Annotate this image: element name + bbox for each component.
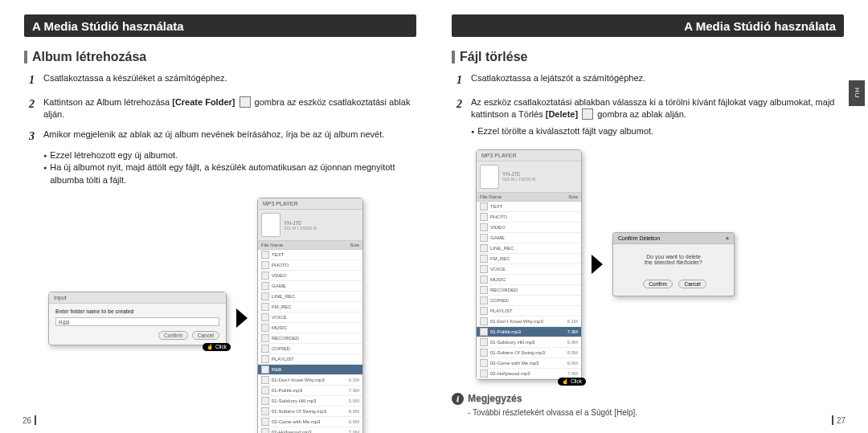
folder-row[interactable]: COPIED xyxy=(477,296,581,306)
device-name: YH-J70 xyxy=(284,220,317,226)
step-text: Kattintson az Album létrehozása [Create … xyxy=(43,96,416,121)
folder-row[interactable]: GAME xyxy=(258,281,362,292)
row-name: 02-Hollywood.mp3 xyxy=(490,371,560,376)
file-row[interactable]: 01-Politik.mp37.3M xyxy=(258,386,362,396)
note-heading: i Megjegyzés xyxy=(452,393,844,405)
folder-icon xyxy=(480,202,488,210)
file-row[interactable]: 02-Come with Me.mp36.0M xyxy=(477,358,581,369)
folder-row[interactable]: VIDEO xyxy=(477,223,581,233)
row-size: 7.0M xyxy=(560,371,578,376)
folder-row[interactable]: TEXT xyxy=(258,250,362,260)
step-1: 1 Csatlakoztassa a lejátszót a számítógé… xyxy=(457,72,844,88)
folder-row[interactable]: LINE_REC xyxy=(258,292,362,302)
header-bar-left: A Media Stúdió használata xyxy=(24,14,416,37)
row-name: RECORDED xyxy=(272,336,359,341)
row-name: COPIED xyxy=(272,346,359,351)
file-row[interactable]: 02-Hollywood.mp37.0M xyxy=(258,427,362,433)
folder-row[interactable]: PHOTO xyxy=(477,212,581,223)
folder-row[interactable]: VIDEO xyxy=(258,271,362,281)
folder-row[interactable]: LINE_REC xyxy=(477,243,581,254)
row-name: PHOTO xyxy=(490,214,578,219)
file-row[interactable]: 01-Sultans Of Swing.mp38.0M xyxy=(477,348,581,358)
cancel-button[interactable]: Cancel xyxy=(192,331,219,340)
confirm-button[interactable]: Confirm xyxy=(158,331,188,340)
device-space: 316 M / 19059 M xyxy=(502,177,535,182)
file-icon xyxy=(480,349,488,357)
file-row[interactable]: 01-Solsbury Hill.mp35.0M xyxy=(258,396,362,406)
file-row[interactable]: 01-Solsbury Hill.mp35.0M xyxy=(477,337,581,348)
cancel-button[interactable]: Cancel xyxy=(678,280,706,288)
folder-icon xyxy=(480,307,488,315)
panel-cols: File Name Size xyxy=(258,241,362,250)
file-row[interactable]: 01-Don't Know Why.mp36.1M xyxy=(477,317,581,327)
row-name: 01-Sultans Of Swing.mp3 xyxy=(490,350,560,355)
row-name: 02-Hollywood.mp3 xyxy=(272,430,342,433)
row-name: COPIED xyxy=(490,298,578,303)
folder-row[interactable]: FM_REC xyxy=(477,254,581,264)
file-row[interactable]: 02-Come with Me.mp36.0M xyxy=(258,417,362,427)
row-name: MUSIC xyxy=(490,277,578,282)
step-1: 1 Csatlakoztassa a készüléket a számítóg… xyxy=(29,72,416,88)
row-size: 6.1M xyxy=(342,378,359,382)
folder-row[interactable]: RECORDED xyxy=(477,285,581,296)
step-2: 2 Az eszköz csatlakoztatási ablakban vál… xyxy=(457,96,844,121)
note-title: Megjegyzés xyxy=(468,393,522,404)
folder-row[interactable]: TEXT xyxy=(477,202,581,212)
row-name: TEXT xyxy=(490,204,578,209)
folder-row[interactable]: MUSIC xyxy=(477,275,581,285)
file-row[interactable]: 01-Sultans Of Swing.mp38.0M xyxy=(258,406,362,417)
folder-row[interactable]: PLAYLIST xyxy=(477,306,581,317)
folder-row[interactable]: PLAYLIST xyxy=(258,354,362,365)
row-name: GAME xyxy=(490,235,578,240)
folder-row[interactable]: PHOTO xyxy=(258,260,362,271)
confirm-button[interactable]: Confirm xyxy=(643,280,673,288)
step-num: 1 xyxy=(29,72,39,88)
folder-row[interactable]: RECORDED xyxy=(258,333,362,344)
folder-row[interactable]: COPIED xyxy=(258,344,362,354)
file-row[interactable]: 01-Don't Know Why.mp36.1M xyxy=(258,375,362,386)
click-badge: Click xyxy=(558,378,586,386)
folder-icon xyxy=(261,366,269,374)
click-badge: Click xyxy=(203,343,231,351)
folder-row[interactable]: FM_REC xyxy=(258,302,362,312)
file-icon xyxy=(261,376,269,384)
note-icon: i xyxy=(452,393,464,405)
folder-icon xyxy=(480,276,488,284)
folder-row[interactable]: VOICE xyxy=(258,312,362,323)
row-size: 5.0M xyxy=(560,340,578,345)
folder-row[interactable]: GAME xyxy=(477,233,581,243)
folder-row[interactable]: MUSIC xyxy=(258,323,362,333)
folder-icon xyxy=(261,303,269,311)
folder-row[interactable]: VOICE xyxy=(477,264,581,275)
dialog-line2: the selected file/folder? xyxy=(621,259,726,265)
file-row[interactable]: 01-Politik.mp37.3M xyxy=(477,327,581,337)
row-name: 01-Solsbury Hill.mp3 xyxy=(272,398,342,403)
row-size: 7.3M xyxy=(560,329,578,334)
folder-name-input[interactable]: R&B xyxy=(55,317,219,326)
panel-cols: File Name Size xyxy=(477,193,581,202)
dialog-label: Enter folder name to be created xyxy=(55,308,219,314)
dialog-actions: Confirm Cancel xyxy=(55,331,219,340)
step-num: 1 xyxy=(457,72,466,88)
row-name: 01-Don't Know Why.mp3 xyxy=(490,319,560,324)
bullet-item: Ezzel létrehozott egy új albumot. xyxy=(43,149,416,161)
section-bar-icon xyxy=(452,51,455,63)
close-icon[interactable]: × xyxy=(726,235,729,241)
folder-icon xyxy=(261,251,269,259)
row-name: 01-Sultans Of Swing.mp3 xyxy=(272,409,342,414)
folder-name: R&B xyxy=(272,367,359,372)
col-size: Size xyxy=(560,194,578,199)
folder-icon xyxy=(480,244,488,252)
row-name: 01-Don't Know Why.mp3 xyxy=(272,378,342,382)
folder-row-selected[interactable]: R&B xyxy=(258,365,362,375)
row-size: 8.0M xyxy=(560,350,578,355)
dialog-title: Confirm Deletion xyxy=(618,235,660,241)
col-size: Size xyxy=(342,243,359,247)
page-number: 27 xyxy=(832,415,845,425)
create-folder-icon xyxy=(240,96,251,108)
step-num: 2 xyxy=(29,96,39,121)
bullet-item: Ha új albumot nyit, majd áttölt egy fájl… xyxy=(43,161,416,186)
dialog-title-bar: Confirm Deletion × xyxy=(613,233,734,244)
row-name: VOICE xyxy=(490,267,578,272)
section-title-right: Fájl törlése xyxy=(452,50,844,64)
